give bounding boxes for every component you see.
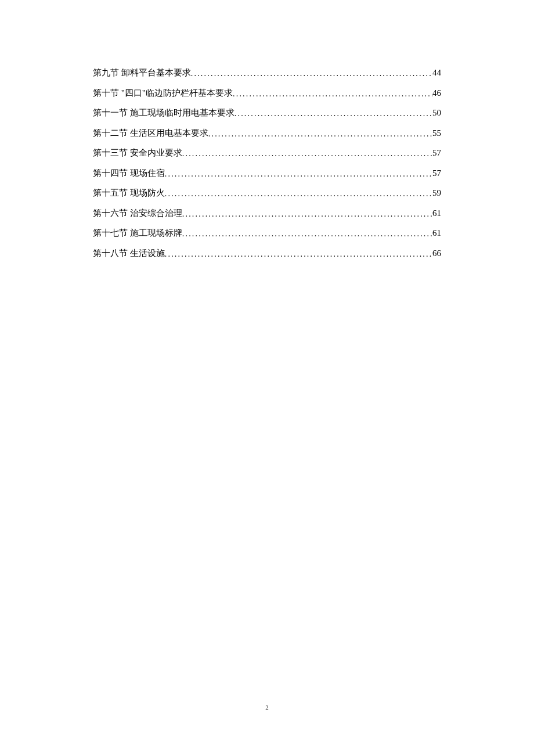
toc-entry-page: 61 xyxy=(432,229,441,237)
toc-entry-label: 第十七节 施工现场标牌 xyxy=(93,229,182,237)
dot-leader xyxy=(182,150,432,158)
toc-entry-page: 44 xyxy=(432,69,441,77)
toc-entry-page: 66 xyxy=(432,249,441,258)
toc-entry: 第九节 卸料平台基本要求 44 xyxy=(93,69,441,77)
toc-entry-label: 第十二节 生活区用电基本要求 xyxy=(93,129,208,138)
dot-leader xyxy=(208,130,432,138)
toc-entry-page: 50 xyxy=(432,109,441,117)
toc-entry-page: 57 xyxy=(432,149,441,157)
toc-entry-label: 第十一节 施工现场临时用电基本要求 xyxy=(93,109,234,117)
dot-leader xyxy=(165,190,432,198)
toc-entry: 第十一节 施工现场临时用电基本要求 50 xyxy=(93,109,441,117)
toc-entry: 第十四节 现场住宿 57 xyxy=(93,169,441,178)
toc-entry: 第十节 "四口"临边防护栏杆基本要求 46 xyxy=(93,89,441,98)
toc-list: 第九节 卸料平台基本要求 44 第十节 "四口"临边防护栏杆基本要求 46 第十… xyxy=(93,69,441,258)
dot-leader xyxy=(234,110,432,118)
toc-entry-label: 第十三节 安全内业要求 xyxy=(93,149,182,157)
toc-entry-page: 46 xyxy=(432,89,441,98)
toc-entry-page: 61 xyxy=(432,209,441,218)
document-page: 第九节 卸料平台基本要求 44 第十节 "四口"临边防护栏杆基本要求 46 第十… xyxy=(0,0,534,258)
dot-leader xyxy=(182,230,432,238)
toc-entry-label: 第十节 "四口"临边防护栏杆基本要求 xyxy=(93,89,233,98)
toc-entry: 第十五节 现场防火 59 xyxy=(93,189,441,197)
toc-entry-label: 第九节 卸料平台基本要求 xyxy=(93,69,191,77)
toc-entry-label: 第十六节 治安综合治理 xyxy=(93,209,182,218)
toc-entry-label: 第十四节 现场住宿 xyxy=(93,169,165,178)
toc-entry: 第十二节 生活区用电基本要求 55 xyxy=(93,129,441,138)
dot-leader xyxy=(191,70,432,78)
toc-entry-page: 57 xyxy=(432,169,441,178)
dot-leader xyxy=(165,170,432,178)
toc-entry: 第十八节 生活设施 66 xyxy=(93,249,441,258)
toc-entry: 第十三节 安全内业要求 57 xyxy=(93,149,441,157)
toc-entry-label: 第十五节 现场防火 xyxy=(93,189,165,197)
toc-entry: 第十七节 施工现场标牌 61 xyxy=(93,229,441,237)
toc-entry-label: 第十八节 生活设施 xyxy=(93,249,165,258)
toc-entry-page: 55 xyxy=(432,129,441,138)
dot-leader xyxy=(182,210,432,218)
page-number: 2 xyxy=(0,704,534,711)
toc-entry: 第十六节 治安综合治理 61 xyxy=(93,209,441,218)
toc-entry-page: 59 xyxy=(432,189,441,197)
dot-leader xyxy=(165,250,432,258)
dot-leader xyxy=(233,90,432,98)
